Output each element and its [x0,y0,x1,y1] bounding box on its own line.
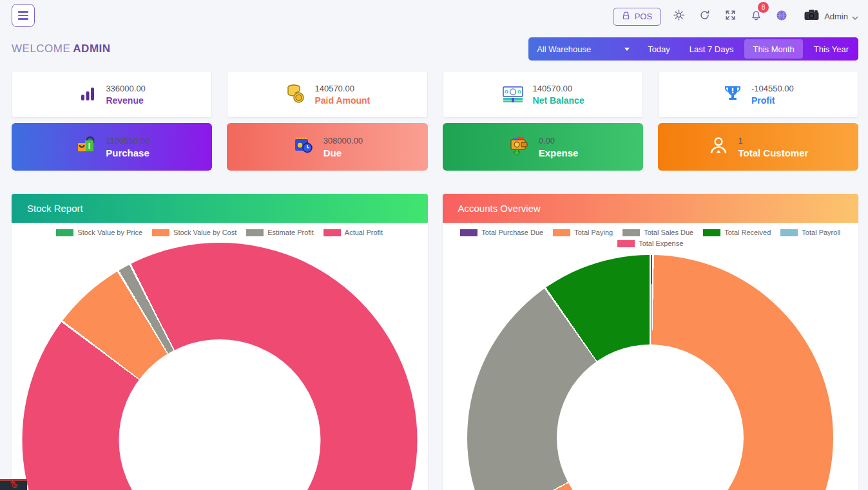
warehouse-select-value: All Warehouse [537,44,591,54]
range-button-this-month[interactable]: This Month [744,39,802,59]
wallet-icon [507,134,530,160]
legend-label: Stock Value by Price [77,229,142,236]
banknote-icon [501,83,525,106]
legend-label: Estimate Profit [267,229,314,236]
legend-label: Total Received [724,229,771,236]
accounts-overview-donut-chart[interactable] [467,255,833,490]
fullscreen-icon [724,9,737,24]
pos-button-label: POS [635,12,652,21]
range-button-today[interactable]: Today [638,37,680,61]
coins-icon [284,82,306,107]
profit-value: -104550.00 [751,84,794,93]
welcome-admin-name: ADMIN [73,42,110,55]
net-balance-label: Net Balance [533,95,584,106]
caret-down-icon [624,48,630,51]
legend-label: Total Expense [639,240,683,247]
due-value: 308000.00 [323,136,363,146]
stat-card-total-customer: 1 Total Customer [658,123,858,171]
notifications-button[interactable]: 8 [747,7,764,26]
stock-report-header: Stock Report [12,194,428,223]
expense-value: 0.00 [539,136,579,146]
dashboard-filter-bar: All Warehouse Today Last 7 Days This Mon… [528,37,858,61]
shopping-bags-icon [74,134,97,160]
pos-button[interactable]: POS [613,8,661,26]
chart-panels: Stock Report Stock Value by Price Stock … [0,194,868,490]
person-icon [708,135,729,159]
page-title: WELCOMEADMIN [12,42,111,55]
legend-item[interactable]: Total Sales Due [622,229,693,236]
legend-item[interactable]: Stock Value by Price [56,229,142,236]
refresh-icon [699,9,711,24]
legend-label: Total Paying [574,229,613,236]
stat-card-purchase: 1100550.00 Purchase [12,123,212,171]
refresh-button[interactable] [696,7,713,26]
legend-swatch [460,229,477,236]
menu-toggle-button[interactable] [12,4,35,27]
legend-item[interactable]: Total Purchase Due [460,229,543,236]
stock-report-donut-chart[interactable] [22,243,417,490]
theme-toggle-button[interactable] [670,7,687,26]
legend-item[interactable]: Total Payroll [780,229,840,236]
net-balance-value: 140570.00 [533,84,584,93]
total-customer-value: 1 [738,136,808,146]
legend-swatch [622,229,640,236]
welcome-prefix: WELCOME [12,42,70,55]
stock-report-legend: Stock Value by Price Stock Value by Cost… [12,223,428,236]
purchase-value: 1100550.00 [106,136,149,146]
laravel-debugbar[interactable] [0,479,27,490]
stock-report-title: Stock Report [27,203,83,214]
hamburger-icon [18,11,28,12]
sun-icon [673,9,685,24]
revenue-label: Revenue [106,95,145,106]
top-bar: POS 8 [0,0,868,27]
stock-report-panel: Stock Report Stock Value by Price Stock … [12,194,428,490]
chevron-down-icon [852,11,858,23]
trophy-icon [722,83,743,106]
legend-item[interactable]: Total Received [703,229,771,236]
avatar [803,6,820,26]
legend-swatch [617,240,635,247]
legend-label: Total Purchase Due [481,229,543,236]
legend-label: Total Payroll [802,229,840,236]
legend-swatch [323,229,341,236]
purchase-label: Purchase [106,147,149,158]
accounts-overview-legend: Total Purchase Due Total Paying Total Sa… [443,223,859,247]
legend-swatch [56,229,73,236]
accounts-overview-header: Accounts Overview [443,194,859,223]
legend-item[interactable]: Estimate Profit [246,229,314,236]
globe-icon [775,9,788,24]
stat-card-profit: -104550.00 Profit [658,71,858,118]
range-button-last-7-days[interactable]: Last 7 Days [680,37,744,61]
donut-hole [119,339,320,490]
due-label: Due [323,147,363,158]
calendar-clock-icon [292,134,315,160]
bar-chart-icon [78,84,97,106]
expense-label: Expense [539,147,579,158]
warehouse-select[interactable]: All Warehouse [528,37,638,61]
legend-item[interactable]: Stock Value by Cost [152,229,236,236]
range-button-this-year[interactable]: This Year [804,37,858,61]
stat-card-due: 308000.00 Due [227,123,427,171]
paid-amount-value: 140570.00 [314,84,370,93]
language-button[interactable] [773,7,790,26]
fullscreen-button[interactable] [722,7,738,26]
legend-label: Stock Value by Cost [173,229,236,236]
legend-label: Total Sales Due [644,229,693,236]
revenue-value: 336000.00 [106,84,145,93]
stat-card-expense: 0.00 Expense [443,123,643,171]
paid-amount-label: Paid Amount [314,95,370,106]
accounts-overview-panel: Accounts Overview Total Purchase Due Tot… [443,194,859,490]
total-customer-label: Total Customer [738,147,808,158]
legend-item[interactable]: Actual Profit [323,229,383,236]
legend-swatch [780,229,798,236]
notification-count-badge: 8 [758,2,769,13]
legend-item[interactable]: Total Paying [553,229,613,236]
profile-menu[interactable]: Admin [803,6,858,26]
accounts-overview-title: Accounts Overview [458,203,541,214]
legend-swatch [152,229,169,236]
legend-item[interactable]: Total Expense [617,240,683,247]
lock-icon [622,12,630,22]
welcome-row: WELCOMEADMIN All Warehouse Today Last 7 … [0,27,868,61]
legend-swatch [553,229,570,236]
legend-swatch [703,229,720,236]
